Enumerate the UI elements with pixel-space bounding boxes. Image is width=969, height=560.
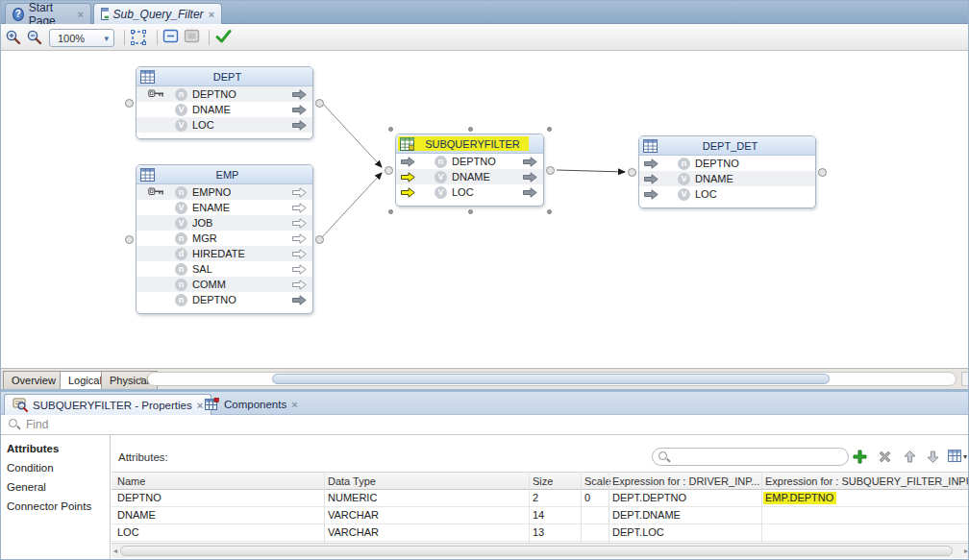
delete-attribute-button[interactable] — [874, 446, 895, 467]
tab-overview[interactable]: Overview — [3, 371, 64, 389]
connection-line[interactable] — [321, 102, 382, 167]
output-arrow-icon[interactable] — [523, 172, 537, 183]
cell[interactable]: VARCHAR — [328, 526, 379, 538]
connector-point[interactable] — [125, 99, 134, 108]
node-header[interactable]: SUBQUERYFILTER — [396, 134, 543, 154]
node-dept[interactable]: DEPTnDEPTNOVDNAMEVLOC — [136, 66, 313, 139]
cell[interactable]: 14 — [533, 509, 544, 521]
table-horizontal-scrollbar[interactable]: ◂ ▸ — [112, 543, 969, 558]
validate-button[interactable] — [215, 29, 233, 44]
column-header-5[interactable]: Expression for : SUBQUERY_FILTER_INPU... — [765, 475, 969, 487]
connector-point[interactable] — [546, 166, 555, 175]
node-attribute-row[interactable]: nDEPTNO — [137, 292, 312, 307]
selection-handle[interactable] — [468, 209, 473, 214]
input-arrow-icon[interactable] — [401, 157, 415, 167]
node-attribute-row[interactable]: nEMPNO — [137, 184, 312, 200]
scroll-left-icon[interactable]: ◂ — [113, 547, 117, 555]
tab-start-page[interactable]: ? Start Page × — [5, 3, 91, 24]
cell[interactable]: EMP.DEPTNO — [763, 492, 836, 504]
selection-handle[interactable] — [547, 209, 552, 214]
input-arrow-icon[interactable] — [644, 189, 658, 200]
output-arrow-icon[interactable] — [292, 264, 307, 275]
output-arrow-icon[interactable] — [292, 249, 307, 259]
table-row[interactable]: LOCVARCHAR13DEPT.LOC — [112, 524, 969, 542]
table-row[interactable]: DEPTNONUMERIC20DEPT.DEPTNOEMP.DEPTNO — [112, 490, 969, 507]
output-arrow-icon[interactable] — [292, 218, 307, 229]
node-header[interactable]: DEPT_DET — [639, 136, 815, 156]
node-subqueryfilter[interactable]: SUBQUERYFILTERnDEPTNOVDNAMEVLOC — [395, 134, 544, 207]
column-header-4[interactable]: Expression for : DRIVER_INP... — [612, 475, 759, 487]
connection-line[interactable] — [557, 170, 625, 172]
output-arrow-icon[interactable] — [292, 203, 307, 213]
scrollbar-thumb[interactable] — [272, 374, 830, 384]
node-attribute-row[interactable]: VDNAME — [137, 102, 312, 117]
input-arrow-icon[interactable] — [644, 174, 658, 184]
cell[interactable]: DEPT.DNAME — [612, 509, 681, 521]
mapping-canvas[interactable]: DEPTnDEPTNOVDNAMEVLOCEMPnEMPNOVENAMEVJOB… — [1, 51, 969, 369]
node-attribute-row[interactable]: nDEPTNO — [137, 86, 312, 102]
cell[interactable]: DEPTNO — [117, 492, 162, 503]
move-down-button[interactable] — [922, 446, 943, 467]
node-attribute-row[interactable]: VJOB — [137, 215, 312, 231]
selection-handle[interactable] — [388, 209, 393, 214]
tab-components[interactable]: Components × — [197, 394, 306, 415]
cell[interactable]: LOC — [117, 526, 139, 538]
selection-handle[interactable] — [468, 127, 473, 132]
connector-point[interactable] — [125, 235, 134, 244]
node-attribute-row[interactable]: VENAME — [137, 200, 312, 215]
tab-subqueryfilter-properties[interactable]: SUBQUERYFILTER - Properties × — [4, 394, 211, 415]
zoom-level-select[interactable]: 100% ▾ — [49, 29, 114, 47]
node-attribute-row[interactable]: nSAL — [137, 261, 312, 277]
marquee-select-button[interactable] — [130, 29, 147, 46]
sidebar-item-connector-points[interactable]: Connector Points — [1, 499, 109, 514]
cell[interactable]: DEPT.DEPTNO — [612, 492, 686, 503]
node-dept_det[interactable]: DEPT_DETnDEPTNOVDNAMEVLOC — [638, 135, 816, 208]
column-header-1[interactable]: Data Type — [328, 475, 376, 487]
output-arrow-icon[interactable] — [523, 157, 537, 167]
sidebar-item-general[interactable]: General — [1, 479, 109, 495]
node-attribute-row[interactable]: nDEPTNO — [639, 156, 815, 171]
sidebar-item-attributes[interactable]: Attributes — [1, 441, 109, 456]
output-arrow-icon[interactable] — [292, 233, 307, 244]
output-arrow-icon[interactable] — [523, 187, 537, 198]
node-attribute-row[interactable]: nDEPTNO — [396, 154, 543, 169]
output-arrow-icon[interactable] — [292, 89, 307, 100]
cell[interactable]: DNAME — [117, 509, 156, 521]
table-settings-button[interactable]: ▾ — [945, 446, 969, 467]
collapse-all-button[interactable] — [162, 29, 180, 44]
connector-point[interactable] — [628, 168, 636, 177]
close-icon[interactable]: × — [78, 9, 84, 20]
node-header[interactable]: DEPT — [137, 67, 312, 86]
cell[interactable]: 2 — [533, 492, 538, 503]
attributes-search-input[interactable] — [652, 448, 849, 466]
close-icon[interactable]: × — [291, 399, 297, 410]
add-attribute-button[interactable] — [849, 446, 870, 467]
column-header-3[interactable]: Scale — [584, 475, 611, 487]
node-attribute-row[interactable]: VLOC — [137, 117, 312, 133]
node-emp[interactable]: EMPnEMPNOVENAMEVJOBnMGRdHIREDATEnSALnCOM… — [136, 164, 313, 314]
node-attribute-row[interactable]: VDNAME — [639, 171, 815, 186]
node-attribute-row[interactable]: dHIREDATE — [137, 246, 312, 261]
horizontal-scrollbar[interactable] — [147, 372, 957, 386]
close-icon[interactable]: × — [209, 9, 214, 20]
connector-point[interactable] — [818, 168, 827, 177]
sidebar-item-condition[interactable]: Condition — [1, 460, 109, 475]
output-arrow-icon[interactable] — [292, 105, 307, 115]
tab-sub-query-filter[interactable]: Sub_Query_Filter × — [93, 3, 222, 24]
move-up-button[interactable] — [899, 446, 920, 467]
node-attribute-row[interactable]: VDNAME — [396, 169, 543, 184]
tab-scroll-left-icon[interactable]: ◂ — [137, 374, 142, 383]
selection-handle[interactable] — [388, 127, 393, 132]
cell[interactable]: 13 — [533, 526, 544, 538]
node-attribute-row[interactable]: VLOC — [639, 186, 815, 202]
node-attribute-row[interactable]: VLOC — [396, 184, 543, 200]
connector-point[interactable] — [315, 235, 324, 244]
node-attribute-row[interactable]: nCOMM — [137, 277, 312, 292]
input-arrow-icon[interactable] — [644, 158, 658, 169]
column-header-2[interactable]: Size — [533, 475, 553, 487]
node-header[interactable]: EMP — [137, 165, 312, 184]
zoom-in-button[interactable] — [5, 29, 22, 46]
column-header-0[interactable]: Name — [117, 475, 145, 487]
table-row[interactable]: DNAMEVARCHAR14DEPT.DNAME — [112, 507, 969, 524]
output-arrow-icon[interactable] — [292, 295, 307, 305]
